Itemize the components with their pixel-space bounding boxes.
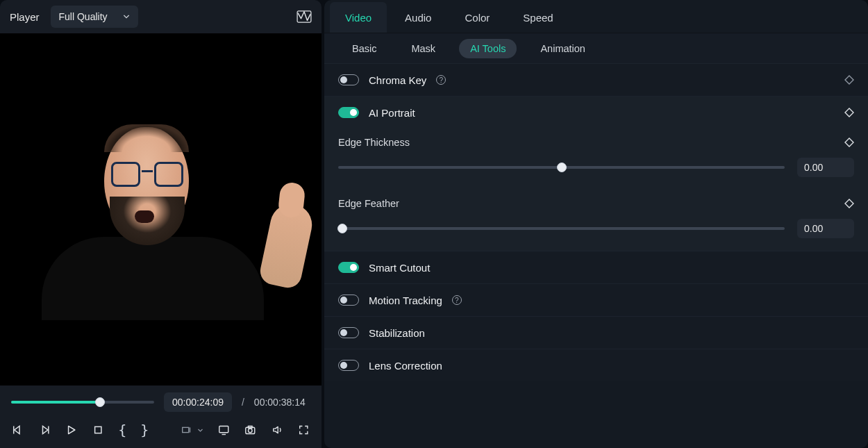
label-chroma-key: Chroma Key (369, 74, 426, 86)
label-smart-cutout: Smart Cutout (369, 262, 430, 274)
play-icon[interactable] (65, 423, 78, 437)
image-compare-icon[interactable] (297, 10, 312, 23)
slider-thumb[interactable] (337, 224, 347, 233)
stop-icon[interactable] (92, 423, 105, 437)
timeline-thumb[interactable] (95, 397, 105, 407)
volume-icon[interactable] (271, 423, 284, 437)
chevron-down-icon (123, 13, 130, 20)
slider-thumb[interactable] (557, 163, 567, 172)
help-icon[interactable]: ? (452, 295, 462, 305)
slider-edge-thickness[interactable] (338, 166, 785, 169)
value-edge-feather[interactable]: 0.00 (797, 219, 854, 238)
chevron-down-icon (197, 427, 203, 433)
player-label: Player (10, 11, 40, 23)
snapshot-icon[interactable] (244, 423, 257, 437)
aspect-icon (181, 424, 193, 436)
toggle-stabilization[interactable] (338, 327, 359, 338)
time-separator: / (242, 397, 244, 408)
help-icon[interactable]: ? (436, 75, 446, 85)
sub-tabs: Basic Mask AI Tools Animation (324, 33, 868, 64)
svg-rect-3 (94, 426, 101, 433)
keyframe-icon[interactable] (844, 75, 854, 85)
label-motion-tracking: Motion Tracking (369, 294, 442, 306)
section-motion-tracking: Motion Tracking ? (324, 284, 868, 317)
current-time[interactable]: 00:00:24:09 (164, 392, 232, 412)
value-edge-thickness[interactable]: 0.00 (797, 158, 854, 177)
transport-buttons: { } (11, 422, 310, 438)
svg-rect-4 (183, 427, 189, 432)
svg-rect-6 (219, 426, 228, 432)
next-frame-icon[interactable] (38, 423, 51, 437)
keyframe-icon[interactable] (844, 108, 854, 117)
subtab-ai-tools[interactable]: AI Tools (459, 39, 517, 58)
duration: 00:00:38:14 (254, 397, 306, 408)
param-edge-feather: Edge Feather 0.00 (338, 190, 854, 251)
section-ai-portrait: AI Portrait Edge Thickness 0.00 (324, 97, 868, 251)
svg-point-9 (249, 429, 253, 433)
properties-panel: Video Audio Color Speed Basic Mask AI To… (324, 0, 868, 448)
quality-value: Full Quality (59, 11, 108, 22)
properties-scroll[interactable]: Chroma Key ? AI Portrait Edge Thickness (324, 64, 868, 448)
player-panel: Player Full Quality (0, 0, 322, 448)
timeline-progress (11, 401, 100, 404)
video-still-portrait (0, 120, 322, 299)
keyframe-icon[interactable] (844, 138, 854, 147)
label-edge-feather: Edge Feather (338, 198, 399, 209)
section-lens-correction: Lens Correction (324, 349, 868, 381)
label-stabilization: Stabilization (369, 327, 425, 339)
prev-frame-icon[interactable] (11, 423, 24, 437)
main-tabs: Video Audio Color Speed (324, 0, 868, 33)
keyframe-icon[interactable] (844, 199, 854, 208)
timeline-row: 00:00:24:09 / 00:00:38:14 (11, 392, 310, 412)
subtab-mask[interactable]: Mask (400, 39, 446, 58)
param-edge-thickness: Edge Thickness 0.00 (338, 128, 854, 190)
tab-color[interactable]: Color (449, 2, 505, 33)
section-smart-cutout: Smart Cutout (324, 251, 868, 284)
toggle-ai-portrait[interactable] (338, 107, 359, 118)
label-ai-portrait: AI Portrait (369, 107, 415, 119)
label-lens-correction: Lens Correction (369, 360, 442, 372)
label-edge-thickness: Edge Thickness (338, 137, 410, 148)
section-chroma-key: Chroma Key ? (324, 64, 868, 97)
toggle-chroma-key[interactable] (338, 74, 359, 85)
tab-video[interactable]: Video (330, 2, 387, 33)
subtab-basic[interactable]: Basic (341, 39, 387, 58)
mark-in-icon[interactable]: { (118, 422, 126, 438)
toggle-motion-tracking[interactable] (338, 294, 359, 306)
fullscreen-icon[interactable] (297, 423, 310, 437)
aspect-menu[interactable] (181, 424, 203, 436)
timeline-slider[interactable] (11, 401, 154, 404)
tab-audio[interactable]: Audio (390, 2, 446, 33)
player-controls: 00:00:24:09 / 00:00:38:14 { } (0, 385, 322, 448)
player-header: Player Full Quality (0, 0, 322, 33)
toggle-smart-cutout[interactable] (338, 262, 359, 273)
slider-edge-feather[interactable] (338, 227, 785, 230)
section-stabilization: Stabilization (324, 317, 868, 349)
tab-speed[interactable]: Speed (508, 2, 568, 33)
subtab-animation[interactable]: Animation (529, 39, 596, 58)
toggle-lens-correction[interactable] (338, 360, 359, 371)
display-icon[interactable] (217, 423, 231, 437)
quality-dropdown[interactable]: Full Quality (51, 6, 138, 28)
mark-out-icon[interactable]: } (140, 422, 149, 438)
preview-frame (0, 120, 322, 299)
preview-viewport[interactable] (0, 33, 322, 385)
